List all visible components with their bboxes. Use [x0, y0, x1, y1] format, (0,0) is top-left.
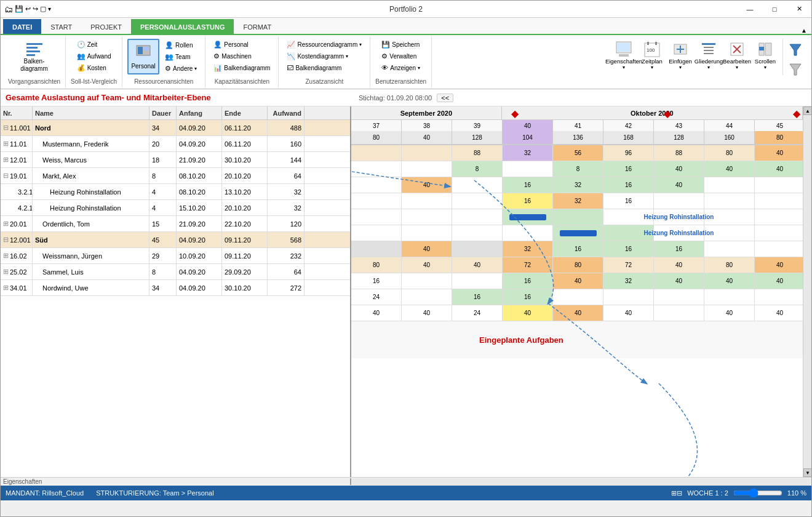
rollen-icon: 👤 — [165, 41, 173, 49]
gc — [351, 177, 402, 193]
einfuegen-button[interactable]: Einfügen ▾ — [667, 39, 694, 73]
total-43: 128 — [654, 131, 704, 145]
table-row[interactable]: ⊟ 11.001 Nord 34 04.09.20 06.11.20 488 — [1, 120, 350, 136]
cell-aufwand: 144 — [268, 152, 304, 167]
filter2-button[interactable] — [787, 61, 804, 78]
table-row[interactable]: ⊞ 25.02 Sammel, Luis 8 04.09.20 29.09.20… — [1, 264, 350, 280]
anzeigen-button[interactable]: 👁 Anzeigen ▾ — [378, 62, 423, 73]
svg-rect-12 — [655, 42, 657, 45]
scroll-up-button[interactable]: ▲ — [803, 106, 811, 115]
kapazitaetsansichten-label: Kapazitätsansichten — [215, 76, 270, 85]
gc: 16 — [603, 161, 654, 177]
tab-projekt[interactable]: PROJEKT — [81, 19, 131, 34]
group-ressourcenansichten: Personal 👤 Rollen 👥 Team ⚙ Andere ▾ — [122, 36, 205, 87]
verwalten-icon: ⚙ — [381, 52, 388, 60]
gc: 16 — [503, 273, 553, 289]
rollen-button[interactable]: 👤 Rollen — [162, 39, 200, 50]
maximize-button[interactable]: □ — [762, 1, 787, 18]
cell-ende: 13.10.20 — [222, 184, 268, 199]
total-44: 160 — [704, 131, 755, 145]
table-row[interactable]: ⊞ 16.02 Weissmann, Jürgen 29 10.09.20 09… — [1, 248, 350, 264]
gc — [704, 225, 755, 241]
table-row[interactable]: ⊞ 34.01 Nordwind, Uwe 34 04.09.20 30.10.… — [1, 280, 350, 296]
table-row[interactable]: ⊟ 12.001 Süd 45 04.09.20 09.11.20 568 — [1, 232, 350, 248]
redo-icon[interactable]: ↪ — [33, 5, 38, 13]
gc: 24 — [351, 289, 402, 305]
table-header: Nr. Name Dauer Anfang Ende Aufwand — [1, 106, 350, 120]
balken-zus-button[interactable]: 🗠 Balkendiagramm — [284, 62, 365, 73]
svg-rect-18 — [704, 47, 714, 48]
tab-datei[interactable]: DATEI — [3, 19, 41, 34]
close-button[interactable]: ✕ — [787, 1, 811, 18]
cell-ende: 20.10.20 — [222, 200, 268, 215]
gc — [402, 161, 452, 177]
eigenschaften-button[interactable]: Eigenschaften ▾ — [610, 39, 637, 73]
horizontal-scroll-thumb[interactable] — [352, 478, 811, 486]
gliederung-button[interactable]: Gliederung ▾ — [695, 39, 722, 73]
eigenschaften-label: Eigenschaften — [605, 58, 642, 65]
nav-back-button[interactable]: << — [437, 94, 453, 102]
scrollen-button[interactable]: Scrollen ▾ — [752, 39, 779, 73]
th-name: Name — [33, 106, 149, 119]
table-row[interactable]: ⊞ 12.01 Weiss, Marcus 18 21.09.20 30.10.… — [1, 152, 350, 168]
week-37: 37 — [351, 120, 402, 131]
horizontal-scroll-area[interactable]: Eigenschaften — [1, 477, 811, 486]
cell-ende: 30.10.20 — [222, 152, 268, 167]
table-row[interactable]: ⊞ 20.01 Ordentlich, Tom 15 21.09.20 22.1… — [1, 216, 350, 232]
gantt-months-row: September 2020 Oktober 2020 — [351, 106, 803, 120]
table-row[interactable]: ⊞ 11.01 Mustermann, Frederik 20 04.09.20… — [1, 136, 350, 152]
filter1-button[interactable] — [787, 41, 804, 58]
cell-aufwand: 32 — [268, 200, 304, 215]
scroll-down-button[interactable]: ▼ — [803, 468, 811, 477]
svg-rect-25 — [765, 43, 771, 55]
arrow-down-icon[interactable]: ▾ — [48, 6, 51, 12]
gc — [402, 145, 452, 161]
aufwand-button[interactable]: 👥 Aufwand — [74, 50, 114, 62]
zeitplan-dropdown: ▾ — [651, 65, 653, 71]
ressourcendiagramm-label: Ressourcendiagramm — [297, 41, 357, 48]
bearbeiten-icon — [728, 41, 746, 58]
team-button[interactable]: 👥 Team — [162, 51, 200, 62]
zoom-slider[interactable] — [733, 488, 782, 498]
cell-dauer: 34 — [149, 120, 177, 135]
andere-button[interactable]: ⚙ Andere ▾ — [162, 63, 200, 74]
zeit-button[interactable]: 🕐 Zeit — [74, 39, 114, 50]
tab-start[interactable]: START — [41, 19, 81, 34]
kostendiagramm-button[interactable]: 📉 Kostendiagramm ▾ — [284, 50, 365, 62]
gc: 40 — [553, 273, 603, 289]
personal-kap-button[interactable]: 👤 Personal — [210, 39, 273, 50]
vertical-scrollbar[interactable]: ▲ ▼ — [803, 106, 811, 477]
save-icon[interactable]: 💾 — [15, 5, 23, 13]
month-okt: Oktober 2020 — [502, 106, 803, 120]
gc — [351, 145, 402, 161]
gc: 32 — [503, 241, 553, 257]
tab-format[interactable]: FORMAT — [234, 19, 281, 34]
table-row[interactable]: 4.2.1 Heizung Rohinstallation 4 15.10.20… — [1, 200, 350, 216]
table-row[interactable]: ⊟ 19.01 Markt, Alex 8 08.10.20 20.10.20 … — [1, 168, 350, 184]
view-icon[interactable]: ▢ — [40, 5, 46, 13]
ressourcendiagramm-button[interactable]: 📈 Ressourcendiagramm ▾ — [284, 39, 365, 50]
cell-anfang: 04.09.20 — [177, 264, 222, 279]
gc: 40 — [755, 145, 803, 161]
ribbon-scroll-btn[interactable]: ▲ — [799, 27, 809, 34]
verwalten-button[interactable]: ⚙ Verwalten — [378, 50, 423, 62]
gc: 40 — [755, 273, 803, 289]
table-row[interactable]: 3.2.1 Heizung Rohinstallation 4 08.10.20… — [1, 184, 350, 200]
balken-kap-button[interactable]: 📊 Balkendiagramm — [210, 62, 273, 73]
speichern-button[interactable]: 💾 Speichern — [378, 39, 423, 50]
minimize-button[interactable]: — — [738, 1, 762, 18]
kosten-button[interactable]: 💰 Kosten — [74, 62, 114, 73]
stichtag-label: Stichtag: 01.09.20 08:00 — [359, 94, 432, 102]
cell-name: Sammel, Luis — [33, 264, 149, 279]
maschinen-button[interactable]: ⚙ Maschinen — [210, 50, 273, 62]
balkendiagramm-button[interactable]: Balken-diagramm — [18, 39, 50, 74]
balkendiagramm-label: Balken-diagramm — [20, 58, 47, 73]
tab-personalauslastung[interactable]: PERSONALAUSLASTUNG — [131, 19, 234, 34]
undo-icon[interactable]: ↩ — [25, 5, 31, 13]
bearbeiten-button[interactable]: Bearbeiten ▾ — [723, 39, 750, 73]
gc: 80 — [351, 257, 402, 273]
ribbon-tabs: DATEI START PROJEKT PERSONALAUSLASTUNG F… — [1, 18, 811, 35]
zeitplan-button[interactable]: 100 Zeitplan ▾ — [639, 39, 666, 73]
personal-res-button[interactable]: Personal — [127, 39, 159, 74]
gc — [755, 209, 803, 225]
